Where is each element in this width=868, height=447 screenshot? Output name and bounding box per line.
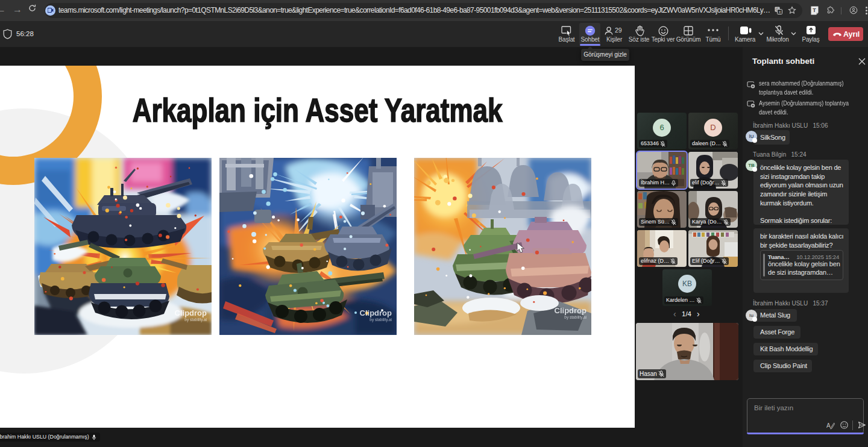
svg-text:Clipdrop: Clipdrop: [360, 308, 392, 317]
svg-text:Clipdrop: Clipdrop: [175, 308, 207, 317]
svg-text:A: A: [826, 422, 831, 429]
svg-text:T: T: [813, 7, 816, 13]
svg-text:by stability.ai: by stability.ai: [184, 317, 207, 322]
svg-text:by stability.ai: by stability.ai: [370, 317, 392, 322]
svg-text:Clipdrop: Clipdrop: [555, 306, 587, 315]
svg-text:by stability.ai: by stability.ai: [564, 315, 587, 320]
